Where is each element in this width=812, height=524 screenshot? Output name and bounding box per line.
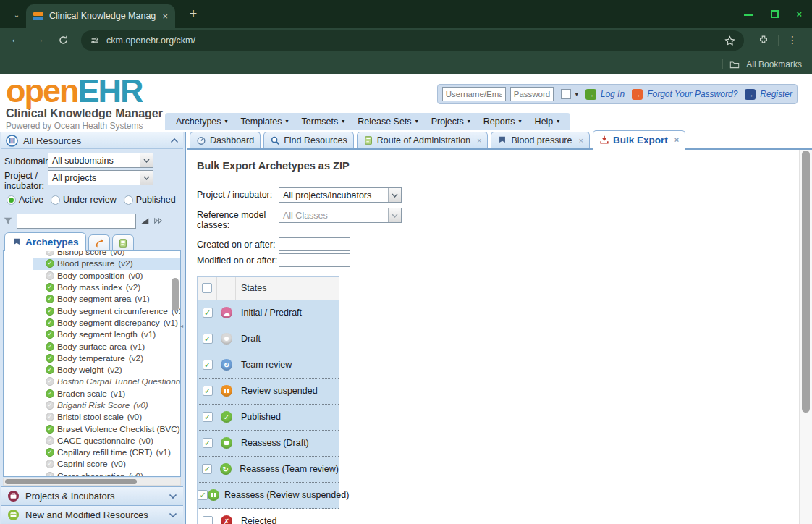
tab-bulk-export[interactable]: Bulk Export× — [593, 130, 685, 150]
section-new-modified-resources[interactable]: New and Modified Resources — [1, 505, 183, 524]
modified-after-input[interactable] — [279, 253, 350, 267]
reload-icon[interactable] — [58, 35, 69, 46]
remember-me-checkbox[interactable] — [561, 89, 571, 99]
archetype-item[interactable]: ✓Braden scale(v1) — [33, 388, 180, 400]
main-vertical-scrollbar[interactable] — [799, 150, 812, 524]
expand-chevron-down-icon[interactable] — [169, 494, 177, 499]
archetype-item[interactable]: ✓Briganti Risk Score(v0) — [33, 400, 180, 411]
main-vertical-scrollbar-thumb[interactable] — [802, 151, 810, 413]
skip-filter-icon[interactable] — [153, 216, 164, 226]
state-row-published[interactable]: ✓✓Published — [198, 405, 339, 431]
url-text[interactable]: ckm.openehr.org/ckm/ — [106, 35, 718, 46]
archetype-item[interactable]: ✓Body temperature(v2) — [33, 352, 180, 364]
close-tab-icon[interactable]: × — [578, 136, 583, 145]
all-bookmarks-button[interactable]: All Bookmarks — [746, 59, 802, 69]
state-row-draft[interactable]: ✓Draft — [198, 326, 339, 352]
archetype-item[interactable]: ✓Body weight(v2) — [33, 364, 180, 376]
archetype-item[interactable]: ✓Bristol stool scale(v0) — [33, 411, 180, 423]
created-after-input[interactable] — [279, 237, 350, 251]
tab-find-resources[interactable]: Find Resources — [263, 132, 354, 148]
row-checkbox[interactable]: ✓ — [203, 308, 213, 318]
collapse-chevron-up-icon[interactable] — [170, 138, 179, 143]
back-icon[interactable]: ← — [10, 33, 22, 45]
tab-route-of-administration[interactable]: Route of Administration× — [357, 132, 489, 148]
browser-menu-icon[interactable]: ⋮ — [787, 34, 798, 46]
project-incubator-select[interactable]: All projects/incubators — [279, 187, 402, 203]
site-info-icon[interactable] — [90, 35, 100, 46]
archetype-item[interactable]: ✓Body segment length(v1) — [33, 329, 180, 340]
archetype-item[interactable]: ✓Blood pressure(v2) — [33, 258, 180, 269]
password-field[interactable] — [510, 87, 554, 101]
row-checkbox[interactable]: ✓ — [198, 490, 208, 500]
archetype-item[interactable]: ✓Boston Carpal Tunnel Questionnaire . — [33, 376, 180, 387]
archetype-item[interactable]: ✓Body segment area(v1) — [33, 293, 180, 305]
row-checkbox[interactable]: ✓ — [203, 386, 213, 396]
close-window-icon[interactable]: × — [796, 9, 802, 19]
close-tab-icon[interactable]: × — [674, 135, 679, 144]
register-arrow-icon[interactable]: → — [745, 89, 756, 100]
tab-archetypes[interactable]: Archetypes — [4, 232, 86, 251]
login-options-caret-icon[interactable]: ▾ — [575, 91, 578, 98]
menu-release-sets[interactable]: Release Sets▾ — [351, 117, 424, 127]
menu-termsets[interactable]: Termsets▾ — [295, 117, 352, 127]
minimize-icon[interactable] — [744, 14, 753, 16]
archetype-item[interactable]: ✓Body segment discrepancy(v1) — [33, 317, 180, 329]
address-bar[interactable]: ckm.openehr.org/ckm/ — [81, 30, 744, 51]
radio-under-review[interactable]: Under review — [51, 195, 117, 205]
close-tab-icon[interactable]: × — [477, 136, 481, 145]
archetype-item[interactable]: ✓Body surface area(v1) — [33, 340, 180, 352]
openehr-logo[interactable]: openEHR — [6, 75, 143, 107]
subdomain-select[interactable]: All subdomains — [48, 153, 153, 168]
menu-templates[interactable]: Templates▾ — [234, 117, 295, 127]
tab-templates[interactable] — [88, 234, 110, 250]
tab-dashboard[interactable]: Dashboard — [190, 132, 261, 148]
menu-reports[interactable]: Reports▾ — [477, 117, 528, 127]
row-checkbox[interactable]: ✓ — [202, 464, 212, 474]
tab-search-chevron-icon[interactable]: ⌄ — [9, 7, 25, 22]
project-select[interactable]: All projects — [48, 170, 153, 185]
archetype-item[interactable]: ✓Body composition(v0) — [33, 270, 180, 282]
extensions-icon[interactable] — [758, 35, 769, 45]
filter-input[interactable] — [17, 214, 136, 229]
state-row-review-suspended[interactable]: ✓Review suspended — [198, 379, 339, 405]
subdomain-select-arrow-icon[interactable] — [140, 153, 153, 167]
tab-blood-pressure[interactable]: Blood pressure× — [491, 132, 590, 148]
row-checkbox[interactable] — [203, 516, 213, 524]
browser-tab[interactable]: Clinical Knowledge Manager × — [26, 4, 175, 28]
select-all-checkbox[interactable] — [202, 283, 212, 293]
state-row-initial-predraft[interactable]: ✓☁Initial / Predraft — [198, 300, 339, 326]
archetype-item[interactable]: ✓Caprini score(v0) — [33, 458, 180, 470]
bookmark-star-icon[interactable] — [724, 35, 735, 46]
forgot-password-link[interactable]: Forgot Your Password? — [647, 89, 737, 99]
tab-termsets[interactable] — [112, 234, 134, 250]
apply-filter-icon[interactable] — [140, 216, 150, 226]
username-field[interactable] — [442, 87, 506, 101]
state-row-reassess-team-review[interactable]: ✓↻Reassess (Team review) — [198, 457, 339, 483]
menu-archetypes[interactable]: Archetypes▾ — [169, 117, 234, 127]
list-horizontal-scrollbar-thumb[interactable] — [5, 479, 137, 484]
menu-help[interactable]: Help▾ — [528, 117, 567, 127]
archetype-item[interactable]: ✓Capillary refill time (CRT)(v1) — [33, 447, 180, 458]
section-projects-incubators[interactable]: Projects & Incubators — [1, 486, 183, 505]
forgot-password-arrow-icon[interactable]: → — [632, 89, 643, 100]
state-row-rejected[interactable]: ✗Rejected — [198, 509, 339, 524]
archetype-item[interactable]: ✓Bishop score(v0) — [33, 250, 180, 258]
register-link[interactable]: Register — [760, 89, 792, 99]
archetype-item[interactable]: ✓CAGE questionnaire(v0) — [33, 435, 180, 447]
archetype-item[interactable]: ✓Body mass index(v2) — [33, 282, 180, 293]
row-checkbox[interactable]: ✓ — [203, 334, 213, 344]
close-tab-icon[interactable]: × — [162, 12, 168, 21]
row-checkbox[interactable]: ✓ — [203, 360, 213, 370]
list-vertical-scrollbar[interactable] — [172, 278, 179, 311]
row-checkbox[interactable]: ✓ — [203, 412, 213, 422]
maximize-icon[interactable] — [771, 10, 779, 18]
archetype-item[interactable]: ✓Body segment circumference(v1) — [33, 305, 180, 316]
archetype-item[interactable]: ✓Brøset Violence Checklist (BVC)(v1) — [33, 423, 180, 434]
radio-active[interactable]: Active — [7, 195, 43, 205]
project-select-arrow-icon[interactable] — [140, 171, 153, 185]
expand-chevron-down-icon[interactable] — [169, 512, 177, 518]
select-arrow-icon[interactable] — [388, 188, 401, 202]
list-horizontal-scrollbar-track[interactable] — [3, 478, 181, 486]
new-tab-button[interactable]: + — [185, 6, 201, 22]
log-in-arrow-icon[interactable]: → — [585, 89, 596, 100]
